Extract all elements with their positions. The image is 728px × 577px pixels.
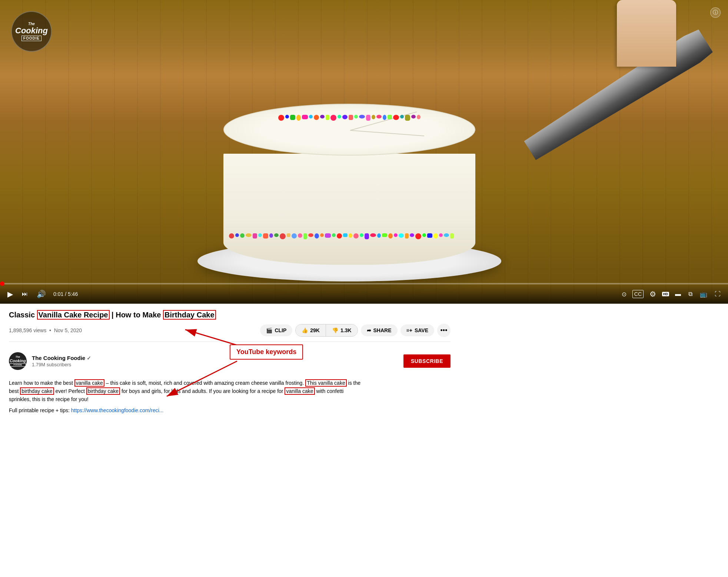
like-button[interactable]: 👍 29K	[296, 324, 326, 336]
channel-name-text[interactable]: The Cooking Foodie	[32, 355, 85, 361]
dislike-button[interactable]: 👎 1.3K	[326, 324, 358, 336]
like-dislike-group: 👍 29K 👎 1.3K	[295, 324, 358, 337]
dislike-icon: 👎	[332, 327, 338, 333]
play-button[interactable]: ▶	[6, 288, 14, 300]
like-count: 29K	[310, 327, 320, 333]
desc-prefix: Learn how to make the best	[9, 380, 74, 386]
video-stats: 1,898,596 views • Nov 5, 2020	[9, 327, 82, 333]
like-icon: 👍	[302, 327, 308, 333]
full-recipe-line: Full printable recipe + tips: https://ww…	[9, 406, 365, 414]
miniplayer-button[interactable]: ⊙	[620, 289, 628, 299]
svg-line-1	[350, 130, 424, 136]
desc-kw4: birthday cake	[86, 387, 120, 395]
publish-date: Nov 5, 2020	[54, 327, 82, 333]
page-wrapper: 旬 The Cooking FOODIE ⓘ ▶ ⏭ 🔊 0:01 / 5:46	[0, 0, 728, 414]
logo-circle: The Cooking FOODIE	[11, 11, 52, 52]
logo-cooking: Cooking	[15, 26, 48, 36]
avatar-logo: The Cooking FOODIE	[10, 356, 26, 367]
channel-logo-overlay: The Cooking FOODIE	[11, 11, 52, 52]
channel-left: The Cooking FOODIE The Cooking Foodie ✓ …	[9, 352, 91, 370]
subscribe-button[interactable]: SUBSCRIBE	[403, 354, 451, 368]
title-middle: | How to Make	[110, 311, 163, 319]
more-icon: •••	[441, 327, 448, 334]
desc-kw2: This vanilla cake	[305, 379, 347, 387]
view-count: 1,898,596 views	[9, 327, 46, 333]
action-buttons: 🎬 CLIP 👍 29K 👎 1.3K ➦	[260, 324, 451, 337]
description: Learn how to make the best vanilla cake …	[9, 379, 365, 414]
logo-the: The	[28, 22, 35, 26]
settings-button[interactable]: ⚙	[648, 288, 658, 300]
save-label: SAVE	[415, 327, 428, 333]
title-prefix: Classic	[9, 311, 37, 319]
cast-button[interactable]: 📺	[698, 289, 709, 299]
channel-avatar[interactable]: The Cooking FOODIE	[9, 352, 27, 370]
fullscreen-button[interactable]: ⛶	[713, 289, 722, 299]
save-icon: ≡+	[406, 327, 412, 333]
description-text: Learn how to make the best vanilla cake …	[9, 379, 365, 403]
subscriber-count: 1.79M subscribers	[32, 362, 91, 367]
share-button[interactable]: ➦ SHARE	[361, 324, 398, 336]
hand	[617, 0, 691, 74]
svg-line-0	[350, 112, 417, 130]
share-label: SHARE	[373, 327, 392, 333]
clip-label: CLIP	[275, 327, 286, 333]
desc-line2: for boys and girls, for kids and adults.…	[120, 388, 285, 394]
title-keyword1: Vanilla Cake Recipe	[37, 310, 110, 320]
logo-foodie: FOODIE	[21, 36, 41, 41]
cake-scene	[201, 96, 498, 281]
desc-kw3: birthday cake	[20, 387, 54, 395]
desc-middle: – this cake is soft, moist, rich and cov…	[104, 380, 305, 386]
pip-button[interactable]: ⧉	[687, 289, 694, 299]
title-keyword2: Birthday Cake	[163, 310, 216, 320]
video-player[interactable]: 旬 The Cooking FOODIE ⓘ ▶ ⏭ 🔊 0:01 / 5:46	[0, 0, 728, 304]
full-recipe-link[interactable]: https://www.thecookingfoodie.com/reci...	[71, 407, 164, 413]
desc-end: ever! Perfect	[54, 388, 86, 394]
channel-info: The Cooking Foodie ✓ 1.79M subscribers	[32, 355, 91, 367]
full-recipe-label: Full printable recipe + tips:	[9, 407, 71, 413]
volume-button[interactable]: 🔊	[35, 288, 47, 300]
share-icon: ➦	[367, 327, 371, 333]
desc-kw5: vanilla cake	[285, 387, 315, 395]
below-video: Classic Vanilla Cake Recipe | How to Mak…	[0, 304, 459, 414]
video-title: Classic Vanilla Cake Recipe | How to Mak…	[9, 310, 451, 320]
info-button[interactable]: ⓘ	[710, 7, 721, 18]
clip-button[interactable]: 🎬 CLIP	[260, 324, 292, 336]
desc-kw1: vanilla cake	[74, 379, 104, 387]
more-options-button[interactable]: •••	[437, 324, 451, 337]
captions-button[interactable]: CC	[632, 290, 644, 298]
time-display: 0:01 / 5:46	[53, 291, 78, 297]
dislike-count: 1.3K	[340, 327, 352, 333]
theater-button[interactable]: ▬	[674, 289, 682, 299]
hd-badge: HD	[662, 292, 669, 296]
video-meta-row: 1,898,596 views • Nov 5, 2020 🎬 CLIP 👍 2…	[9, 324, 451, 342]
controls-bar: ▶ ⏭ 🔊 0:01 / 5:46 ⊙ CC ⚙ HD ▬ ⧉ 📺 ⛶	[0, 284, 728, 304]
channel-name-row: The Cooking Foodie ✓	[32, 355, 91, 361]
save-button[interactable]: ≡+ SAVE	[400, 324, 434, 336]
verified-badge: ✓	[87, 355, 91, 361]
right-controls: ⊙ CC ⚙ HD ▬ ⧉ 📺 ⛶	[620, 288, 722, 300]
clip-icon: 🎬	[266, 327, 272, 333]
channel-row: The Cooking FOODIE The Cooking Foodie ✓ …	[9, 348, 451, 374]
next-button[interactable]: ⏭	[20, 289, 29, 299]
